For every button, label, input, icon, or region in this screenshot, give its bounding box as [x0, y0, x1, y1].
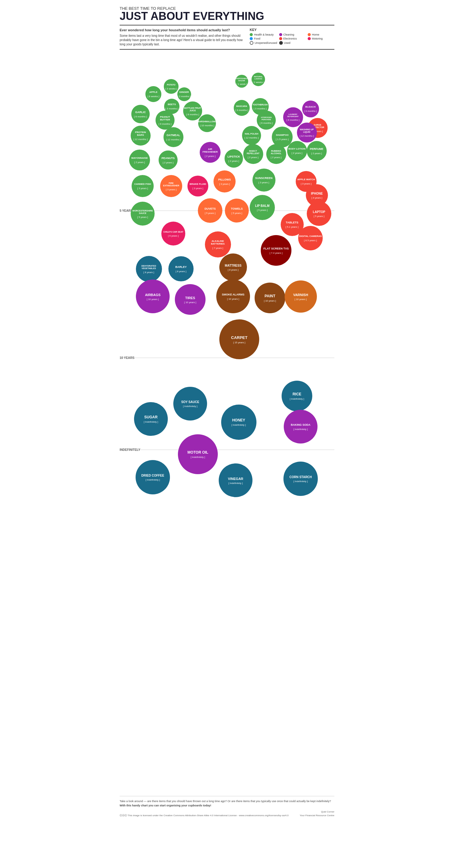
bubble-label: IPHONE — [310, 191, 323, 196]
bubble-label: MATTRESS — [224, 263, 242, 268]
bubble-time: [ 3 months ] — [304, 110, 317, 113]
bubble-time: [ Indefinitely ] — [293, 480, 308, 483]
bubble-label: SUGAR — [143, 415, 158, 420]
bubble-label: HYDROGEN PEROXIDE — [257, 116, 276, 121]
bubble-time: [ 4 years ] — [311, 196, 322, 199]
bubble-towels: TOWELS[ 5 years ] — [225, 198, 249, 222]
bubble-baking-soda: BAKING SODA[ Indefinitely ] — [284, 410, 317, 443]
intro-body: Some items last a very long time that mo… — [120, 34, 243, 46]
key-grid: Health & beauty Cleaning Home Food Elect… — [250, 33, 334, 45]
bubble-perfume: PERFUME[ 2 years ] — [307, 141, 327, 161]
bubble-pillows: PILLOWS[ 3 years ] — [214, 170, 235, 192]
key-home: Home — [308, 33, 334, 36]
bubble-worcestershire-sauce: WORCESTERSHIRE SAUCE[ 5 years ] — [131, 202, 154, 225]
bubble-label: POTATO — [166, 83, 176, 87]
bubble-label: DISPOSABLE RAZOR — [235, 77, 249, 82]
bubble-time: [ 1 week ] — [236, 83, 247, 86]
bubble-brake-fluid: BRAKE FLUID[ 3 years ] — [188, 176, 208, 196]
bubble-label: LAPTOP — [312, 210, 326, 214]
home-dot — [308, 33, 311, 36]
bubble-mascara: MASCARA[ 3 months ] — [234, 100, 250, 116]
bubble-mattress: MATTRESS[ 8 years ] — [219, 253, 247, 281]
bubble-label: PROTEIN BARS — [131, 130, 151, 137]
bubble-time: [ 3 months ] — [254, 107, 266, 110]
bubble-hydrogen-peroxide: HYDROGEN PEROXIDE[ 6 months ] — [257, 111, 276, 130]
bubble-label: BRAKE FLUID — [189, 182, 207, 186]
footer-body: Take a look around — are there items tha… — [120, 800, 331, 803]
bubble-sunscreen: SUNSCREEN[ 3 years ] — [252, 168, 276, 192]
bubble-time: [ 6 months ] — [260, 122, 273, 124]
bubble-flat-screen-tvs: FLAT SCREEN TVS[ 7.4 years ] — [261, 235, 291, 266]
bubble-time: [ 6 weeks ] — [147, 95, 159, 98]
key-cleaning: Cleaning — [279, 33, 306, 36]
bubble-time: [ 6.5 years ] — [304, 239, 317, 242]
key-unopened: Unopened/unused — [250, 41, 277, 45]
bubble-label: DIGITAL CAMERAS — [298, 235, 323, 239]
bubble-label: CARPET — [230, 335, 248, 341]
bubble-fire-extinguisher: FIRE EXTINGUISHER[ 3 years ] — [160, 175, 182, 197]
bubble-lipstick: LIPSTICK[ 2 years ] — [225, 149, 243, 168]
bubble-time: [ Indefinitely ] — [290, 398, 304, 400]
bubble-label: HONEY — [231, 418, 246, 423]
bubble-time: [ 12 months ] — [134, 138, 147, 141]
cc-text: This image is licensed under the Creativ… — [127, 814, 289, 817]
bubble-digital-cameras: DIGITAL CAMERAS[ 6.5 years ] — [298, 226, 323, 250]
bubble-time: [ 2 months ] — [178, 95, 191, 98]
bubble-label: BOTTLED FRUIT JUICE — [183, 106, 202, 112]
bubble-label: PEANUTS — [161, 156, 175, 161]
bubble-label: SUNSCREEN — [254, 176, 274, 181]
key-title: KEY — [250, 28, 334, 32]
bubble-time: [ 3 years ] — [258, 181, 269, 184]
bubble-time: [ 5 years ] — [231, 212, 242, 215]
bubble-label: VARNISH — [292, 292, 309, 297]
bubble-time: [ 6 months ] — [286, 119, 300, 121]
bubble-label: PEANUT BUTTER — [155, 115, 174, 122]
bubble-bottled-fruit-juice: BOTTLED FRUIT JUICE[ 8 months ] — [183, 101, 202, 120]
bubble-time: [ 5 years ] — [313, 215, 324, 218]
bubble-label: WASHING UP LIQUID — [297, 128, 317, 134]
bubble-time: [ 8 months ] — [186, 113, 199, 116]
electronics-dot — [279, 37, 282, 40]
bubble-childs-car-seat: CHILD'S CAR SEAT[ 6 years ] — [161, 222, 185, 246]
bubble-time: [ 3 years ] — [301, 182, 311, 185]
bubble-vinegar: VINEGAR[ Indefinitely ] — [219, 463, 252, 497]
bubble-time: [ 8 years ] — [175, 270, 186, 273]
bubble-label: DEHYDRATED VEGETABLES — [136, 264, 162, 270]
bubble-label: SMOKE ALARMS — [221, 293, 246, 297]
bubble-dried-coffee: DRIED COFFEE[ Indefinitely ] — [136, 460, 170, 494]
bubble-label: TOWELS — [230, 207, 244, 211]
bubble-label: BAKING SODA — [290, 423, 311, 427]
key-motoring: Motoring — [308, 37, 334, 40]
bubble-potato: POTATO[ 3 weeks ] — [164, 79, 178, 94]
bubble-alkaline-batteries: ALKALINE BATTERIES[ 7 years ] — [205, 231, 231, 257]
bubble-natural-loofah: NATURAL LOOFAH[ 2 weeks ] — [252, 73, 265, 86]
bubble-soy-sauce: SOY SAUCE[ Indefinitely ] — [173, 387, 207, 421]
bubble-label: RUBBING ALCOHOL — [266, 149, 286, 155]
bubble-bleach: BLEACH[ 3 months ] — [302, 100, 319, 117]
motoring-dot — [308, 37, 311, 40]
bubble-label: BEETS — [167, 103, 177, 107]
bubble-barley: BARLEY[ 8 years ] — [168, 256, 194, 281]
bubble-time: [ 3 months ] — [165, 107, 178, 110]
bubble-time: [ 3 months ] — [235, 109, 248, 112]
key-food: Food — [250, 37, 277, 40]
bubble-label: GARLIC — [134, 110, 147, 115]
footer-logo-row: ⒸⒶⒸ This image is licensed under the Cre… — [120, 810, 334, 817]
footer-bold: With this handy chart you can start orga… — [120, 804, 211, 807]
bubble-time: [ 8 months ] — [134, 115, 147, 118]
bubble-label: CANNED FISH — [134, 182, 152, 186]
bubble-time: [ Indefinitely ] — [228, 482, 243, 485]
bubble-time: [ 6 years ] — [168, 235, 178, 237]
bubble-label: MOTOR OIL — [187, 450, 209, 455]
bubble-rice: RICE[ Indefinitely ] — [282, 381, 312, 411]
brand-tagline: Your Financial Resource Centre — [300, 814, 334, 817]
bubble-duvets: DUVETS[ 5 years ] — [198, 198, 222, 223]
bubble-time: [ 2 years ] — [311, 152, 322, 155]
key-used: Used — [279, 41, 306, 45]
bubble-corn-starch: CORN STARCH[ Indefinitely ] — [283, 462, 318, 496]
header: THE BEST TIME TO REPLACE JUST ABOUT EVER… — [120, 6, 334, 22]
bubble-lip-balm: LIP BALM[ 5 years ] — [250, 195, 275, 220]
bubble-laptop: LAPTOP[ 5 years ] — [307, 202, 331, 226]
bubble-time: [ 9 months ] — [159, 123, 171, 125]
bubble-time: [ 3 years ] — [192, 187, 203, 190]
